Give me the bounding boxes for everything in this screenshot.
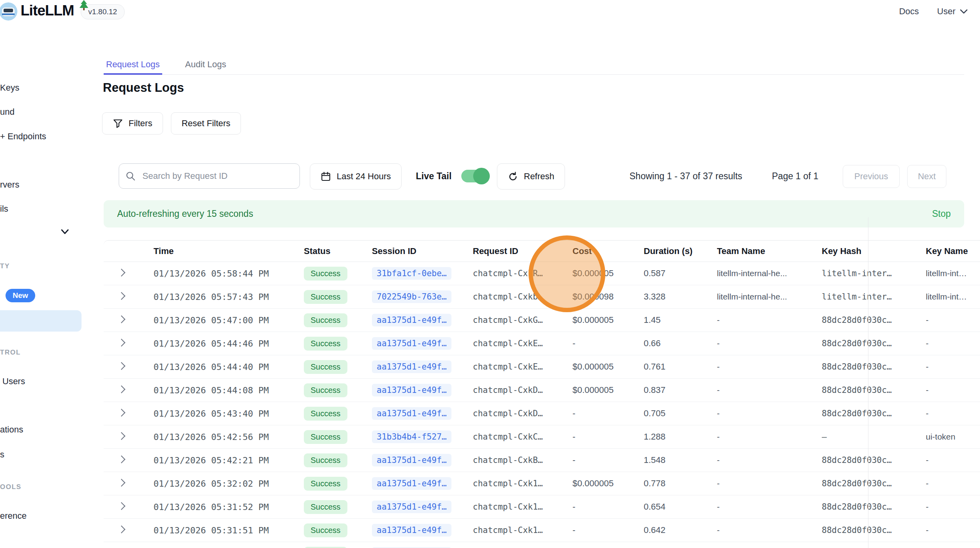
duration-value: 0.705	[644, 408, 665, 418]
tab-bar: Request Logs Audit Logs	[104, 55, 964, 75]
row-expand-chevron-icon[interactable]	[118, 455, 125, 463]
live-tail-toggle[interactable]	[461, 170, 487, 182]
team-name: -	[717, 339, 720, 348]
search-icon	[125, 171, 136, 182]
sidebar-item-organizations[interactable]: ations	[0, 425, 23, 435]
log-table-row[interactable]: 01/13/2026 05:44:46 PM Success aa1375d1-…	[104, 332, 980, 355]
row-time: 01/13/2026 05:44:46 PM	[154, 339, 269, 349]
team-name: -	[717, 315, 720, 324]
sidebar-item-models-endpoints[interactable]: + Endpoints	[0, 131, 46, 142]
page-title: Request Logs	[103, 81, 184, 95]
sidebar-item-guardrails[interactable]: ils	[0, 204, 8, 214]
time-range-button[interactable]: Last 24 Hours	[310, 163, 402, 190]
log-table-row[interactable]: 01/13/2026 05:31:52 PM Success aa1375d1-…	[104, 495, 980, 519]
session-id-link[interactable]: 31bfa1cf-0ebe…	[372, 267, 451, 280]
duration-value: 0.837	[644, 385, 665, 395]
team-name: litellm-internal-he...	[717, 269, 787, 278]
row-expand-chevron-icon[interactable]	[118, 292, 125, 300]
docs-link[interactable]: Docs	[899, 6, 919, 17]
log-table-row[interactable]: 01/13/2026 05:43:40 PM Success aa1375d1-…	[104, 402, 980, 425]
sidebar-item-users[interactable]: Users	[2, 376, 25, 387]
sidebar-item-keys[interactable]: Keys	[0, 83, 19, 93]
row-time: 01/13/2026 05:44:40 PM	[154, 362, 269, 372]
log-table-row[interactable]: 01/13/2026 05:57:43 PM Success 7022549b-…	[104, 285, 980, 309]
search-input[interactable]	[142, 171, 293, 182]
log-table-row[interactable]: 01/13/2026 05:44:08 PM Success aa1375d1-…	[104, 379, 980, 402]
request-id: chatcmpl-CxkR…	[473, 269, 543, 278]
row-expand-chevron-icon[interactable]	[118, 339, 125, 347]
log-table-row[interactable]: 01/13/2026 05:31:38 PM Success aa1375d1-…	[104, 542, 980, 548]
tab-audit-logs[interactable]: Audit Logs	[183, 55, 229, 75]
row-expand-chevron-icon[interactable]	[118, 409, 125, 417]
refresh-button[interactable]: Refresh	[497, 163, 565, 190]
log-table-row[interactable]: 01/13/2026 05:42:56 PM Success 31b3b4b4-…	[104, 425, 980, 449]
session-id-link[interactable]: aa1375d1-e49f…	[372, 477, 451, 490]
team-name: -	[717, 362, 720, 371]
log-table-row[interactable]: 01/13/2026 05:42:21 PM Success aa1375d1-…	[104, 449, 980, 472]
previous-page-button[interactable]: Previous	[843, 165, 900, 188]
row-time: 01/13/2026 05:44:08 PM	[154, 385, 269, 395]
key-hash: 88dc28d0f030c…	[822, 315, 892, 325]
sidebar-expand-chevron-icon[interactable]	[60, 229, 70, 235]
cost-value: -	[572, 525, 575, 535]
key-hash: 88dc28d0f030c…	[822, 409, 892, 418]
row-expand-chevron-icon[interactable]	[118, 315, 125, 323]
sidebar-item-api-reference[interactable]: erence	[0, 511, 27, 521]
sidebar-item-teams[interactable]: s	[0, 449, 4, 460]
new-badge: New	[6, 289, 35, 302]
refresh-icon	[508, 171, 518, 182]
duration-value: 0.778	[644, 478, 665, 488]
row-expand-chevron-icon[interactable]	[118, 479, 125, 487]
search-box	[119, 163, 300, 189]
reset-filters-button[interactable]: Reset Filters	[171, 112, 241, 135]
session-id-link[interactable]: 7022549b-763e…	[372, 290, 451, 303]
session-id-link[interactable]: 31b3b4b4-f527…	[372, 430, 451, 443]
status-badge: Success	[304, 407, 347, 421]
session-id-link[interactable]: aa1375d1-e49f…	[372, 360, 451, 373]
row-expand-chevron-icon[interactable]	[118, 502, 125, 510]
sidebar-item-playground[interactable]: und	[0, 107, 15, 117]
duration-value: 0.587	[644, 268, 665, 278]
filters-button[interactable]: Filters	[102, 112, 163, 135]
session-id-link[interactable]: aa1375d1-e49f…	[372, 501, 451, 513]
log-table-row[interactable]: 01/13/2026 05:31:51 PM Success aa1375d1-…	[104, 519, 980, 542]
row-expand-chevron-icon[interactable]	[118, 525, 125, 533]
session-id-link[interactable]: aa1375d1-e49f…	[372, 314, 451, 326]
session-id-link[interactable]: aa1375d1-e49f…	[372, 524, 451, 537]
request-id: chatcmpl-CxkE…	[473, 339, 543, 348]
request-id: chatcmpl-Cxk1…	[473, 479, 543, 488]
session-id-link[interactable]: aa1375d1-e49f…	[372, 454, 451, 466]
key-hash: 88dc28d0f030c…	[822, 479, 892, 488]
row-expand-chevron-icon[interactable]	[118, 362, 125, 370]
status-badge: Success	[304, 337, 347, 351]
tab-request-logs[interactable]: Request Logs	[104, 55, 162, 75]
key-name: -	[926, 385, 929, 394]
row-expand-chevron-icon[interactable]	[118, 269, 125, 277]
key-name: -	[926, 362, 929, 371]
cost-value: $0.000005	[572, 385, 614, 395]
sidebar-item-servers[interactable]: rvers	[0, 180, 19, 190]
row-time: 01/13/2026 05:31:52 PM	[154, 502, 269, 512]
log-table-row[interactable]: 01/13/2026 05:47:00 PM Success aa1375d1-…	[104, 309, 980, 332]
row-expand-chevron-icon[interactable]	[118, 385, 125, 393]
cost-value: -	[572, 338, 575, 348]
col-key-hash: Key Hash	[822, 241, 926, 262]
log-table-row[interactable]: 01/13/2026 05:44:40 PM Success aa1375d1-…	[104, 355, 980, 379]
main-content: Request Logs Audit Logs Request Logs Fil…	[104, 23, 980, 548]
chevron-down-icon	[959, 9, 968, 14]
live-tail-label: Live Tail	[416, 163, 451, 189]
key-name: -	[926, 409, 929, 418]
auto-refresh-stop-button[interactable]: Stop	[932, 209, 951, 219]
log-table-row[interactable]: 01/13/2026 05:32:02 PM Success aa1375d1-…	[104, 472, 980, 495]
session-id-link[interactable]: aa1375d1-e49f…	[372, 337, 451, 350]
session-id-link[interactable]: aa1375d1-e49f…	[372, 407, 451, 420]
cost-value: -	[572, 432, 575, 442]
user-menu[interactable]: User	[937, 6, 968, 17]
next-page-button[interactable]: Next	[907, 165, 946, 188]
log-table-row[interactable]: 01/13/2026 05:58:44 PM Success 31bfa1cf-…	[104, 262, 980, 285]
request-id: chatcmpl-CxkB…	[473, 455, 543, 465]
sidebar-item-logs-selected[interactable]	[0, 310, 82, 332]
key-hash: 88dc28d0f030c…	[822, 455, 892, 465]
row-expand-chevron-icon[interactable]	[118, 432, 125, 440]
session-id-link[interactable]: aa1375d1-e49f…	[372, 384, 451, 396]
